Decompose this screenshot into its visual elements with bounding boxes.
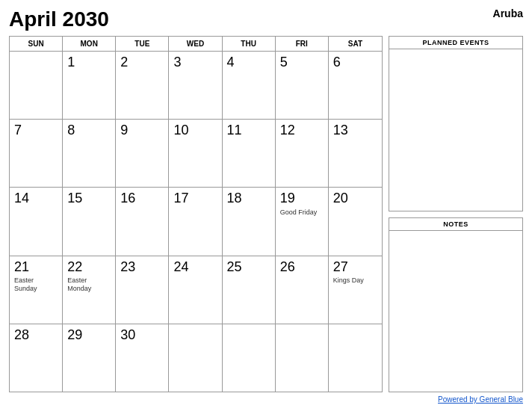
calendar-cell: 6	[329, 52, 382, 119]
main-content: SUNMONTUEWEDTHUFRISAT 123456789101112131…	[9, 36, 523, 392]
event-label: Easter Monday	[67, 276, 111, 293]
day-number: 28	[14, 327, 29, 344]
day-number: 9	[120, 123, 128, 139]
day-number: 17	[173, 191, 188, 207]
day-number: 13	[333, 123, 348, 139]
calendar-row: 21Easter Sunday22Easter Monday2324252627…	[10, 256, 382, 324]
calendar-cell	[223, 324, 276, 392]
calendar-cell: 10	[169, 120, 222, 187]
day-of-week-mon: MON	[63, 37, 116, 51]
calendar-cell: 27Kings Day	[329, 256, 382, 324]
day-number: 19	[280, 191, 295, 207]
calendar-header: SUNMONTUEWEDTHUFRISAT	[10, 37, 382, 52]
notes-box: NOTES	[389, 217, 523, 393]
calendar-cell: 17	[169, 188, 222, 255]
planned-events-content	[389, 49, 522, 211]
calendar-row: 123456	[10, 52, 382, 120]
powered-by-link[interactable]: Powered by General Blue	[438, 395, 523, 404]
calendar-cell	[329, 324, 382, 392]
day-of-week-fri: FRI	[276, 37, 329, 51]
page-header: April 2030 Aruba	[9, 7, 523, 31]
day-number: 12	[280, 123, 295, 139]
day-number: 30	[120, 327, 135, 344]
day-number: 14	[14, 191, 29, 207]
notes-content	[389, 231, 522, 392]
day-number: 2	[120, 55, 128, 71]
event-label: Easter Sunday	[14, 276, 58, 293]
calendar-cell: 4	[223, 52, 276, 119]
calendar-cell: 18	[223, 188, 276, 255]
day-number: 29	[67, 327, 82, 344]
calendar-cell: 28	[10, 324, 63, 392]
day-number: 7	[14, 123, 22, 139]
day-number: 1	[67, 55, 75, 71]
calendar-cell: 9	[116, 120, 169, 187]
day-number: 18	[227, 191, 242, 207]
calendar-cell: 12	[276, 120, 329, 187]
calendar-cell: 20	[329, 188, 382, 255]
calendar-cell: 23	[116, 256, 169, 324]
calendar-cell: 26	[276, 256, 329, 324]
day-number: 3	[173, 55, 181, 71]
day-number: 25	[227, 259, 242, 276]
calendar: SUNMONTUEWEDTHUFRISAT 123456789101112131…	[9, 36, 383, 392]
day-number: 20	[333, 191, 348, 207]
calendar-cell: 24	[169, 256, 222, 324]
event-label: Kings Day	[333, 276, 364, 285]
event-label: Good Friday	[280, 208, 318, 217]
calendar-body: 12345678910111213141516171819Good Friday…	[10, 52, 382, 392]
day-number: 22	[67, 259, 82, 276]
calendar-cell: 3	[169, 52, 222, 119]
calendar-cell: 21Easter Sunday	[10, 256, 63, 324]
calendar-cell: 8	[63, 120, 116, 187]
footer: Powered by General Blue	[9, 392, 523, 404]
day-number: 10	[173, 123, 188, 139]
calendar-cell: 15	[63, 188, 116, 255]
calendar-cell: 30	[116, 324, 169, 392]
calendar-cell: 16	[116, 188, 169, 255]
sidebar: PLANNED EVENTS NOTES	[389, 36, 523, 392]
planned-events-title: PLANNED EVENTS	[389, 37, 522, 49]
day-number: 26	[280, 259, 295, 276]
calendar-row: 282930	[10, 324, 382, 392]
calendar-row: 141516171819Good Friday20	[10, 188, 382, 256]
calendar-row: 78910111213	[10, 120, 382, 188]
notes-title: NOTES	[389, 218, 522, 231]
calendar-cell: 13	[329, 120, 382, 187]
day-number: 4	[227, 55, 235, 71]
day-number: 6	[333, 55, 341, 71]
day-of-week-thu: THU	[223, 37, 276, 51]
day-number: 16	[120, 191, 135, 207]
day-of-week-wed: WED	[169, 37, 222, 51]
day-number: 24	[173, 259, 188, 276]
planned-events-box: PLANNED EVENTS	[389, 36, 523, 211]
calendar-cell	[10, 52, 63, 119]
page-title: April 2030	[9, 7, 109, 31]
calendar-cell: 22Easter Monday	[63, 256, 116, 324]
calendar-cell: 5	[276, 52, 329, 119]
day-number: 15	[67, 191, 82, 207]
calendar-cell: 2	[116, 52, 169, 119]
calendar-cell: 1	[63, 52, 116, 119]
calendar-cell: 29	[63, 324, 116, 392]
calendar-cell: 14	[10, 188, 63, 255]
calendar-cell: 11	[223, 120, 276, 187]
day-number: 11	[227, 123, 242, 139]
day-number: 21	[14, 259, 29, 276]
calendar-cell: 25	[223, 256, 276, 324]
day-of-week-tue: TUE	[116, 37, 169, 51]
day-number: 8	[67, 123, 75, 139]
calendar-cell	[169, 324, 222, 392]
day-of-week-sun: SUN	[10, 37, 63, 51]
day-number: 27	[333, 259, 348, 276]
calendar-cell	[276, 324, 329, 392]
region-label: Aruba	[493, 7, 523, 19]
calendar-cell: 7	[10, 120, 63, 187]
calendar-cell: 19Good Friday	[276, 188, 329, 255]
day-number: 23	[120, 259, 135, 276]
day-of-week-sat: SAT	[329, 37, 382, 51]
day-number: 5	[280, 55, 288, 71]
